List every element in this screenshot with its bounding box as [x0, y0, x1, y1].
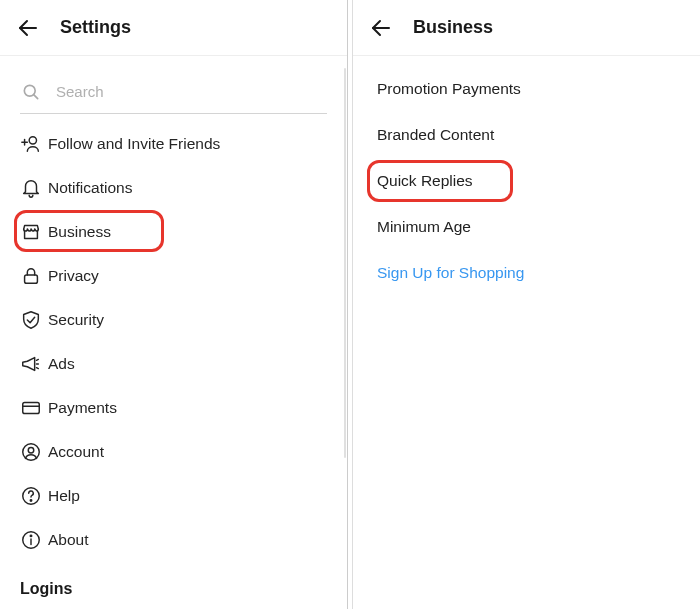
card-icon — [20, 397, 48, 419]
business-header: Business — [353, 0, 700, 56]
search-input[interactable] — [56, 83, 327, 100]
svg-point-3 — [29, 137, 36, 144]
svg-rect-6 — [25, 275, 38, 283]
item-label: Follow and Invite Friends — [48, 135, 220, 153]
back-button[interactable] — [367, 14, 395, 42]
svg-point-10 — [28, 447, 34, 453]
sidebar-item-account[interactable]: Account — [0, 430, 347, 474]
item-label: Promotion Payments — [377, 80, 521, 98]
item-label: Minimum Age — [377, 218, 471, 236]
business-item-promotion-payments[interactable]: Promotion Payments — [353, 66, 700, 112]
item-label: Quick Replies — [377, 172, 473, 190]
item-label: Privacy — [48, 267, 99, 285]
settings-header: Settings — [0, 0, 347, 56]
account-icon — [20, 441, 48, 463]
sidebar-item-follow-invite[interactable]: Follow and Invite Friends — [0, 122, 347, 166]
item-label: Notifications — [48, 179, 132, 197]
item-label: Sign Up for Shopping — [377, 264, 524, 282]
item-label: Branded Content — [377, 126, 494, 144]
item-label: Account — [48, 443, 104, 461]
business-title: Business — [413, 17, 493, 38]
item-label: Security — [48, 311, 104, 329]
business-item-shopping-signup[interactable]: Sign Up for Shopping — [353, 250, 700, 296]
bell-icon — [20, 177, 48, 199]
item-label: About — [48, 531, 89, 549]
megaphone-icon — [20, 353, 48, 375]
sidebar-item-help[interactable]: Help — [0, 474, 347, 518]
business-list: Promotion Payments Branded Content Quick… — [353, 56, 700, 306]
help-icon — [20, 485, 48, 507]
svg-point-15 — [30, 535, 31, 536]
business-pane: Business Promotion Payments Branded Cont… — [352, 0, 700, 609]
arrow-left-icon — [369, 16, 393, 40]
lock-icon — [20, 265, 48, 287]
business-item-minimum-age[interactable]: Minimum Age — [353, 204, 700, 250]
item-label: Help — [48, 487, 80, 505]
svg-rect-7 — [23, 403, 40, 414]
add-person-icon — [20, 133, 48, 155]
svg-line-2 — [34, 94, 38, 98]
arrow-left-icon — [16, 16, 40, 40]
back-button[interactable] — [14, 14, 42, 42]
sidebar-item-notifications[interactable]: Notifications — [0, 166, 347, 210]
settings-pane: Settings Follow and Invite Friends Notif… — [0, 0, 348, 609]
sidebar-item-security[interactable]: Security — [0, 298, 347, 342]
search-icon — [20, 81, 42, 103]
sidebar-item-payments[interactable]: Payments — [0, 386, 347, 430]
svg-point-12 — [30, 500, 31, 501]
sidebar-item-about[interactable]: About — [0, 518, 347, 562]
settings-title: Settings — [60, 17, 131, 38]
shield-icon — [20, 309, 48, 331]
item-label: Business — [48, 223, 111, 241]
business-item-branded-content[interactable]: Branded Content — [353, 112, 700, 158]
item-label: Payments — [48, 399, 117, 417]
sidebar-item-privacy[interactable]: Privacy — [0, 254, 347, 298]
item-label: Ads — [48, 355, 75, 373]
section-logins: Logins — [0, 562, 347, 604]
sidebar-item-business[interactable]: Business — [0, 210, 347, 254]
sidebar-item-ads[interactable]: Ads — [0, 342, 347, 386]
search-row[interactable] — [20, 70, 327, 114]
settings-list: Follow and Invite Friends Notifications … — [0, 118, 347, 604]
info-icon — [20, 529, 48, 551]
business-item-quick-replies[interactable]: Quick Replies — [353, 158, 700, 204]
storefront-icon — [20, 221, 48, 243]
